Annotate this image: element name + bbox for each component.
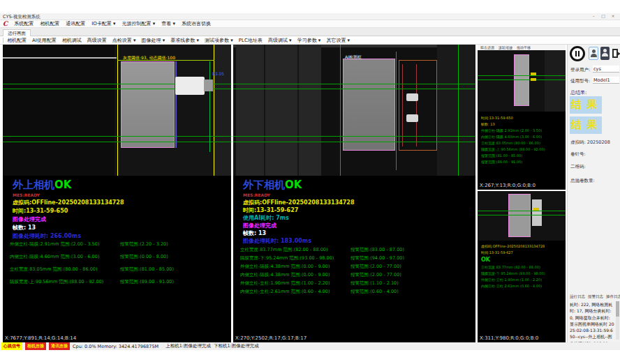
close-button[interactable]: × bbox=[609, 13, 617, 18]
measure-line-2 bbox=[478, 79, 566, 80]
log-scrollbar-thumb[interactable] bbox=[616, 301, 619, 317]
log-scrollbar[interactable] bbox=[616, 301, 619, 340]
tool-advanced-settings[interactable]: 高级设置 bbox=[87, 37, 107, 44]
alarm-text: 报警范围:(2.20 - 3.20) bbox=[120, 241, 168, 248]
camera-image-outer-upper[interactable]: 灰度阈值:93, 动态阈值:100 83.05 bbox=[3, 45, 231, 176]
camera-image-small-top[interactable] bbox=[478, 50, 566, 112]
toolbar-grip bbox=[3, 38, 3, 43]
tool-camera-config[interactable]: 相机配置 bbox=[7, 37, 27, 44]
camera-name-label: 外下相机 bbox=[243, 179, 285, 191]
hint-pan: 拖动平移 bbox=[517, 45, 531, 50]
alarm-text: 报警范围:(89.00 - 91.00) bbox=[120, 279, 174, 285]
log-tab-run[interactable]: 运行日志 bbox=[570, 294, 585, 299]
measure-line-3 bbox=[233, 136, 475, 137]
time-label: 时间:13-31-59-627 bbox=[243, 206, 298, 214]
red-edge-line-2 bbox=[416, 64, 417, 146]
desktop: CYS-视觉检测系统 – □ × C 系统配置 相机配置 通讯配置 IO卡配置 … bbox=[0, 0, 620, 364]
log-tab-operation[interactable]: 操作日志 bbox=[606, 294, 620, 299]
mini-line: 立柱宽度:83.77mm (82.00 - 88.00) bbox=[481, 265, 545, 269]
model-input[interactable] bbox=[593, 77, 619, 84]
measure-line-1 bbox=[478, 211, 566, 211]
alarm-text: 报警范围:(0.00 - 8.00) bbox=[120, 254, 168, 260]
red-edge-line-1 bbox=[402, 64, 403, 146]
image-hint-bar: 双击还原 滚轮缩放 拖动平移 bbox=[478, 45, 566, 50]
tool-advanced-debug[interactable]: 高级调试 ▾ bbox=[268, 37, 292, 44]
result-indicator-1: 结 果 bbox=[570, 96, 602, 114]
needle-number-label: 卷针号: bbox=[570, 151, 586, 158]
tool-plc-address[interactable]: PLC地址表 bbox=[239, 37, 263, 44]
measure-text: 立柱宽度:83.77mm 范围:(82.00 - 88.00) bbox=[240, 247, 350, 253]
app-logo-icon: C bbox=[3, 21, 8, 27]
cell-column-roi bbox=[343, 59, 395, 151]
measure-row: 外侧立柱-立柱:1.90mm 范围:(1.00 - 2.20)报警范围:(1.1… bbox=[240, 280, 399, 287]
exit-arrow-icon bbox=[617, 52, 620, 56]
cpu-memory-status: Cpu: 0.0% Memory: 3424.41796875M bbox=[73, 344, 158, 349]
measure-row: 内侧立柱-立柱:2.61mm 范围:(0.60 - 4.00)报警范围:(0.6… bbox=[240, 289, 399, 295]
tool-test-params[interactable]: 测试项参数 ▾ bbox=[205, 37, 233, 44]
measure-row: 内侧立柱-隔膜:4.60mm 范围:(3.00 - 6.00)报警范围:(0.0… bbox=[10, 254, 168, 260]
tool-camera-debug[interactable]: 相机调试 bbox=[62, 37, 82, 44]
maximize-button[interactable]: □ bbox=[599, 13, 607, 18]
elapsed-label: 图像处理耗时: 266.00ms bbox=[13, 232, 81, 240]
tool-learning-params[interactable]: 学习参数 ▾ bbox=[297, 37, 321, 44]
mini-readout: 时间:13-31-59-650 帧数: 13 外侧立柱-隔膜:2.91mm (2… bbox=[481, 116, 545, 166]
tool-other-settings[interactable]: 其它设置 ▾ bbox=[326, 37, 350, 44]
pause-icon bbox=[578, 51, 580, 56]
tool-baseline-params[interactable]: 基准线参数 ▾ bbox=[170, 37, 199, 44]
measure-row: 隔膜宽度-上:90.56mm 范围:(88.00 - 92.00)报警范围:(8… bbox=[10, 279, 174, 285]
result-ok-label: OK bbox=[285, 179, 302, 191]
tab-run-screen[interactable]: 运行画面 bbox=[3, 29, 31, 36]
exit-button[interactable] bbox=[611, 47, 620, 60]
measure-text: 外侧立柱-隔膜:2.91mm 范围:(2.00 - 3.50) bbox=[10, 241, 120, 248]
pause-icon bbox=[575, 51, 577, 56]
total-result-label: 总结果: bbox=[570, 89, 586, 96]
log-tab-alarm[interactable]: 报警日志 bbox=[588, 294, 603, 299]
camera-image-small-bottom[interactable] bbox=[478, 191, 566, 241]
menu-io-config[interactable]: IO卡配置 ▾ bbox=[91, 20, 115, 27]
model-label: 使用型号: bbox=[570, 78, 590, 84]
pixel-coords-readout: X:270;Y:2502;R:17;G:17;B:17 bbox=[235, 335, 307, 341]
measure-text: 内侧立柱-立柱:2.61mm 范围:(0.60 - 4.00) bbox=[240, 289, 350, 295]
hint-reset: 双击还原 bbox=[480, 45, 494, 50]
menu-language-switch[interactable]: 系统语言切换 bbox=[182, 20, 211, 27]
virtual-code-label: 虚拟码: 20250208 bbox=[570, 139, 610, 146]
measure-text: 立柱宽度:83.05mm 范围:(80.00 - 86.00) bbox=[10, 266, 120, 273]
menu-light-config[interactable]: 光源控制配置 ▾ bbox=[122, 20, 156, 27]
camera-image-outer-lower[interactable]: AI检测框 bbox=[233, 45, 475, 176]
process-done-label: 图像处理完成 bbox=[243, 222, 276, 229]
cell-column-roi bbox=[508, 194, 531, 237]
annotation-label bbox=[533, 208, 539, 211]
tool-image-processing[interactable]: 图像处理 ▾ bbox=[142, 37, 165, 44]
mini-line: 外侧立柱-隔膜:2.91mm (2.00 - 3.50) bbox=[481, 128, 545, 132]
menu-comm-config[interactable]: 通讯配置 bbox=[66, 20, 85, 27]
menu-system-config[interactable]: 系统配置 bbox=[14, 20, 34, 27]
time-label: 时间:13-31-59-650 bbox=[13, 207, 68, 215]
login-user-input[interactable] bbox=[593, 66, 619, 73]
threshold-overlay-label: 灰度阈值:93, 动态阈值:100 bbox=[123, 55, 175, 61]
tool-ai-config[interactable]: AI使用配置 bbox=[32, 37, 57, 44]
measure-row: 立柱宽度:83.77mm 范围:(82.00 - 88.00)报警范围:(83.… bbox=[240, 247, 404, 253]
measure-row: 立柱宽度:83.05mm 范围:(80.00 - 86.00)报警范围:(81.… bbox=[10, 266, 174, 273]
minimize-button[interactable]: – bbox=[589, 13, 598, 18]
alarm-text: 报警范围:(0.60 - 4.00) bbox=[350, 289, 399, 295]
alarm-text: 报警范围:(2.00 - 77.00) bbox=[350, 272, 401, 278]
alarm-text: 报警范围:(1.10 - 2.10) bbox=[350, 280, 399, 287]
measure-line-4 bbox=[233, 142, 475, 142]
app-window: CYS-视觉检测系统 – □ × C 系统配置 相机配置 通讯配置 IO卡配置 … bbox=[0, 13, 620, 350]
heartbeat-status-badge: 心跳信号 bbox=[1, 342, 22, 350]
tab-strip: 运行画面 bbox=[0, 28, 620, 36]
menu-camera-config[interactable]: 相机配置 bbox=[40, 20, 59, 27]
camera-title: 外下相机OK bbox=[243, 179, 302, 192]
menu-view[interactable]: 查看 ▾ bbox=[161, 20, 175, 27]
machine-left-slab bbox=[236, 45, 321, 176]
camera-connection-badge: 相机连接 bbox=[25, 342, 46, 350]
tool-spot-check[interactable]: 点检设置 ▾ bbox=[112, 37, 136, 44]
window-controls: – □ × bbox=[589, 13, 617, 18]
login-user-button[interactable] bbox=[589, 47, 598, 60]
pause-button[interactable] bbox=[570, 46, 585, 61]
virtual-code-caption: 虚拟码: bbox=[570, 139, 586, 145]
camera-view-small-top: 双击还原 滚轮缩放 拖动平移 时间:13-31-59-650 帧数: 13 外侧… bbox=[478, 45, 566, 190]
user-manage-button[interactable] bbox=[600, 47, 610, 60]
camera-view-outer-lower: AI检测框 外下相机OK MES:READY 虚拟码:OFFline-20250… bbox=[233, 45, 475, 342]
bright-feature bbox=[532, 199, 542, 226]
